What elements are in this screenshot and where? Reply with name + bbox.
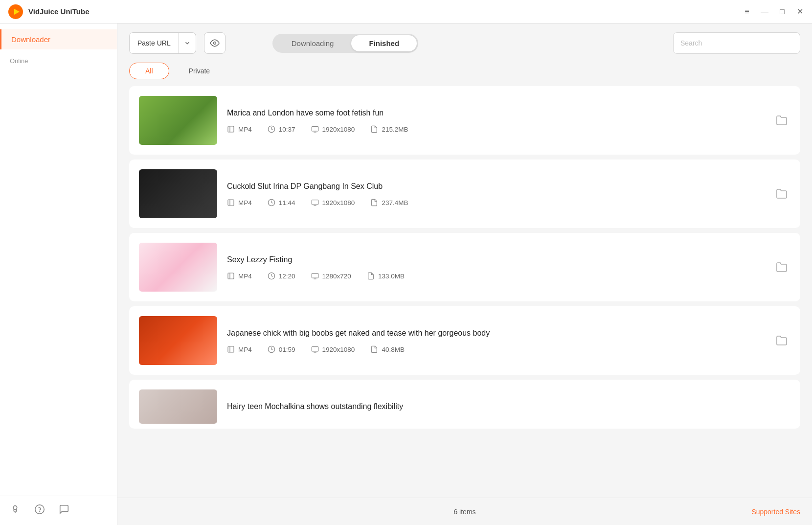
duration-item: 12:20 [268, 272, 295, 280]
bottom-bar: 6 items Supported Sites [117, 498, 812, 525]
search-input[interactable] [680, 39, 793, 47]
resolution-item: 1920x1080 [311, 125, 355, 133]
video-meta: MP4 12:20 1280x720 133.0MB [227, 272, 763, 280]
download-tab-group: Downloading Finished [272, 34, 418, 53]
app-logo [8, 4, 23, 20]
supported-sites-link[interactable]: Supported Sites [751, 508, 800, 516]
all-tab[interactable]: All [129, 63, 169, 79]
svg-rect-15 [312, 200, 318, 205]
open-folder-button[interactable] [773, 185, 790, 203]
content-area: Paste URL Downloading Finished [117, 23, 812, 525]
video-title: Japanese chick with big boobs get naked … [227, 328, 763, 339]
resolution-value: 1920x1080 [322, 346, 355, 353]
resolution-value: 1280x720 [322, 273, 351, 280]
menu-button[interactable]: ≡ [743, 7, 751, 16]
video-info: Marica and London have some foot fetish … [227, 108, 763, 133]
downloading-tab[interactable]: Downloading [274, 35, 352, 51]
open-folder-button[interactable] [773, 332, 790, 349]
size-value: 237.4MB [382, 199, 408, 206]
svg-point-4 [35, 505, 44, 514]
duration-value: 01:59 [279, 346, 295, 353]
resolution-value: 1920x1080 [322, 126, 355, 133]
eye-button[interactable] [204, 32, 226, 54]
svg-rect-22 [228, 346, 234, 352]
lightbulb-icon[interactable] [10, 504, 21, 517]
video-thumbnail [139, 389, 217, 424]
duration-item: 10:37 [268, 125, 295, 133]
close-button[interactable]: ✕ [795, 7, 804, 16]
resolution-item: 1920x1080 [311, 199, 355, 206]
items-count: 6 items [453, 508, 475, 516]
video-meta: MP4 11:44 1920x1080 237.4MB [227, 199, 763, 206]
sidebar: Downloader Online [0, 23, 117, 525]
duration-value: 10:37 [279, 126, 295, 133]
video-title: Marica and London have some foot fetish … [227, 108, 763, 118]
format-value: MP4 [238, 199, 252, 206]
video-info: Cuckold Slut Irina DP Gangbang In Sex Cl… [227, 181, 763, 206]
open-folder-button[interactable] [773, 258, 790, 276]
duration-item: 01:59 [268, 345, 295, 353]
search-box [673, 32, 800, 54]
svg-rect-17 [228, 273, 234, 279]
resolution-value: 1920x1080 [322, 199, 355, 206]
size-value: 40.8MB [382, 346, 405, 353]
format-item: MP4 [227, 199, 252, 206]
paste-url-button[interactable]: Paste URL [129, 32, 196, 54]
duration-value: 11:44 [279, 199, 295, 206]
video-info: Hairy teen Mochalkina shows outstanding … [227, 401, 790, 412]
svg-rect-20 [312, 274, 318, 278]
table-row: Hairy teen Mochalkina shows outstanding … [129, 380, 800, 429]
help-icon[interactable] [34, 504, 45, 517]
video-info: Japanese chick with big boobs get naked … [227, 328, 763, 353]
format-item: MP4 [227, 345, 252, 353]
table-row: Sexy Lezzy Fisting MP4 12:20 1280x720 [129, 233, 800, 301]
video-title: Sexy Lezzy Fisting [227, 254, 763, 265]
format-value: MP4 [238, 273, 252, 280]
format-item: MP4 [227, 272, 252, 280]
minimize-button[interactable]: — [760, 7, 769, 16]
chat-icon[interactable] [59, 504, 69, 517]
svg-point-5 [40, 511, 40, 512]
svg-rect-25 [312, 347, 318, 351]
finished-tab[interactable]: Finished [351, 35, 417, 51]
window-controls: ≡ — □ ✕ [743, 7, 804, 16]
toolbar: Paste URL Downloading Finished [117, 23, 812, 63]
svg-rect-12 [228, 200, 234, 205]
format-item: MP4 [227, 125, 252, 133]
sidebar-nav: Downloader Online [0, 23, 117, 496]
titlebar: VidJuice UniTube ≡ — □ ✕ [0, 0, 812, 23]
svg-rect-10 [312, 127, 318, 131]
video-thumbnail [139, 96, 217, 145]
svg-point-6 [213, 42, 216, 45]
table-row: Japanese chick with big boobs get naked … [129, 306, 800, 375]
video-thumbnail [139, 243, 217, 292]
size-value: 133.0MB [378, 273, 405, 280]
paste-url-label[interactable]: Paste URL [130, 33, 179, 53]
format-value: MP4 [238, 346, 252, 353]
video-meta: MP4 10:37 1920x1080 215.2MB [227, 125, 763, 133]
main-layout: Downloader Online [0, 23, 812, 525]
size-value: 215.2MB [382, 126, 408, 133]
video-title: Hairy teen Mochalkina shows outstanding … [227, 401, 790, 412]
resolution-item: 1920x1080 [311, 345, 355, 353]
private-tab[interactable]: Private [181, 63, 218, 79]
video-title: Cuckold Slut Irina DP Gangbang In Sex Cl… [227, 181, 763, 192]
sidebar-downloader-label: Downloader [11, 35, 50, 44]
size-item: 40.8MB [370, 345, 405, 353]
sidebar-item-downloader[interactable]: Downloader [0, 29, 117, 49]
size-item: 133.0MB [367, 272, 405, 280]
table-row: Marica and London have some foot fetish … [129, 86, 800, 155]
maximize-button[interactable]: □ [778, 7, 787, 16]
svg-rect-7 [228, 126, 234, 132]
video-thumbnail [139, 316, 217, 365]
sidebar-footer [0, 496, 117, 525]
video-info: Sexy Lezzy Fisting MP4 12:20 1280x720 [227, 254, 763, 280]
sub-tabs: All Private [117, 63, 812, 86]
video-meta: MP4 01:59 1920x1080 40.8MB [227, 345, 763, 353]
table-row: Cuckold Slut Irina DP Gangbang In Sex Cl… [129, 160, 800, 228]
duration-value: 12:20 [279, 273, 295, 280]
open-folder-button[interactable] [773, 112, 790, 129]
video-list: Marica and London have some foot fetish … [117, 86, 812, 498]
sidebar-section-online: Online [0, 49, 117, 68]
paste-url-dropdown-icon[interactable] [179, 33, 196, 53]
